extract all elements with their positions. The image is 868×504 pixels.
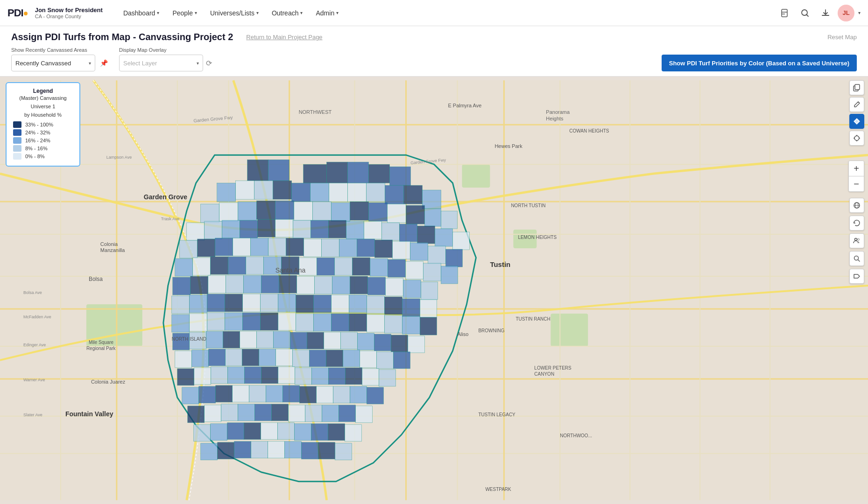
svg-rect-211 <box>188 406 205 423</box>
search-icon-btn[interactable] <box>797 5 813 21</box>
svg-rect-94 <box>428 246 446 264</box>
svg-rect-47 <box>385 185 404 204</box>
svg-rect-219 <box>322 405 339 422</box>
svg-rect-199 <box>182 387 199 404</box>
svg-rect-130 <box>225 294 243 312</box>
label-btn[interactable] <box>849 269 864 284</box>
nav-outreach[interactable]: Outreach ▾ <box>266 7 309 20</box>
svg-rect-195 <box>329 368 346 385</box>
svg-rect-218 <box>305 405 322 422</box>
map-search-btn[interactable] <box>849 251 864 266</box>
avatar[interactable]: JL <box>838 5 854 21</box>
svg-rect-53 <box>257 201 275 219</box>
nav-people[interactable]: People ▾ <box>167 7 203 20</box>
svg-rect-70 <box>293 220 311 238</box>
bookmark-icon-btn[interactable] <box>776 5 793 21</box>
legend-subtitle3: by Household % <box>13 112 73 118</box>
svg-text:McFadden Ave: McFadden Ave <box>23 315 51 319</box>
svg-point-281 <box>854 136 859 140</box>
refresh-icon[interactable]: ⟳ <box>206 59 212 68</box>
copy-tool-btn[interactable] <box>849 80 864 95</box>
overlay-select[interactable]: Select Layer ▾ <box>119 55 203 71</box>
svg-rect-66 <box>222 220 240 238</box>
svg-rect-204 <box>266 385 283 402</box>
nav-links: Dashboard ▾ People ▾ Universes/Lists ▾ O… <box>118 7 776 20</box>
svg-rect-156 <box>420 317 437 335</box>
svg-text:COWAN HEIGHTS: COWAN HEIGHTS <box>569 128 609 133</box>
legend-item-2: 16% - 24% <box>13 137 73 144</box>
svg-rect-46 <box>367 183 385 202</box>
svg-rect-84 <box>251 238 268 256</box>
refresh-map-btn[interactable] <box>849 216 864 231</box>
svg-text:LOWER PETERS: LOWER PETERS <box>534 365 572 371</box>
svg-rect-205 <box>283 385 300 402</box>
svg-rect-108 <box>388 259 406 277</box>
svg-rect-61 <box>406 205 425 224</box>
svg-rect-117 <box>261 275 279 293</box>
priority-button[interactable]: Show PDI Turf Priorities by Color (Based… <box>662 55 857 71</box>
svg-rect-58 <box>350 202 369 220</box>
svg-rect-119 <box>297 276 315 294</box>
svg-text:Warner Ave: Warner Ave <box>23 378 45 382</box>
svg-rect-278 <box>855 84 860 90</box>
zoom-out-btn[interactable]: − <box>849 176 864 191</box>
svg-rect-40 <box>254 181 273 199</box>
svg-rect-59 <box>369 203 388 221</box>
canvassed-select[interactable]: Recently Canvassed ▾ <box>11 55 95 71</box>
svg-text:NORTH ISLAND: NORTH ISLAND <box>172 336 206 342</box>
people-btn[interactable] <box>849 233 864 248</box>
highlight-tool-btn[interactable] <box>849 114 864 129</box>
svg-rect-176 <box>242 349 259 366</box>
map-container[interactable]: Garden Grove NORTHWEST Panorama Heights … <box>0 77 868 504</box>
nav-admin[interactable]: Admin ▾ <box>310 7 344 20</box>
pencil-icon <box>853 101 861 108</box>
legend-subtitle1: (Master) Canvassing <box>13 95 73 101</box>
nav-universes[interactable]: Universes/Lists ▾ <box>205 7 264 20</box>
svg-rect-87 <box>304 239 322 257</box>
overlay-label: Display Map Overlay <box>119 47 212 53</box>
svg-rect-178 <box>276 349 293 366</box>
svg-rect-54 <box>275 201 294 219</box>
svg-rect-64 <box>187 223 205 240</box>
svg-rect-115 <box>226 275 244 293</box>
svg-line-292 <box>858 260 860 262</box>
svg-rect-172 <box>175 351 192 368</box>
svg-rect-238 <box>302 442 318 459</box>
svg-text:BROWNING: BROWNING <box>478 328 504 333</box>
svg-rect-38 <box>217 183 236 202</box>
svg-rect-154 <box>385 315 402 333</box>
svg-rect-193 <box>295 368 312 385</box>
svg-rect-212 <box>205 405 221 422</box>
nav-dashboard[interactable]: Dashboard ▾ <box>118 7 165 20</box>
svg-rect-226 <box>261 423 278 440</box>
svg-rect-68 <box>258 219 275 237</box>
svg-rect-60 <box>388 204 406 223</box>
legend-range-1: 24% - 32% <box>25 130 50 135</box>
svg-text:Bolsa Ave: Bolsa Ave <box>23 290 42 295</box>
edit-tool-btn[interactable] <box>849 97 864 112</box>
svg-rect-131 <box>243 294 261 312</box>
pin-icon[interactable]: 📌 <box>100 59 108 67</box>
svg-rect-180 <box>310 350 326 367</box>
svg-rect-114 <box>208 275 226 293</box>
zoom-in-btn[interactable]: + <box>849 161 864 176</box>
title-group: Assign PDI Turfs from Map - Canvassing P… <box>11 32 323 42</box>
download-icon-btn[interactable] <box>817 5 834 21</box>
svg-rect-65 <box>205 221 222 239</box>
svg-text:CANYON: CANYON <box>534 371 554 377</box>
svg-rect-57 <box>332 203 350 221</box>
svg-rect-32 <box>268 160 289 181</box>
logo[interactable]: PDI <box>7 7 28 19</box>
svg-rect-192 <box>278 367 295 384</box>
legend-range-4: 0% - 8% <box>25 154 45 159</box>
svg-rect-71 <box>311 220 329 238</box>
svg-rect-129 <box>207 294 225 312</box>
select-tool-btn[interactable] <box>849 131 864 146</box>
reset-map-link[interactable]: Reset Map <box>827 34 857 41</box>
globe-btn[interactable] <box>849 198 864 213</box>
chevron-down-icon: ▾ <box>336 10 339 15</box>
svg-rect-207 <box>317 386 333 403</box>
return-link[interactable]: Return to Main Project Page <box>246 34 322 41</box>
svg-rect-216 <box>272 404 289 421</box>
avatar-dropdown-icon[interactable]: ▾ <box>858 10 861 15</box>
